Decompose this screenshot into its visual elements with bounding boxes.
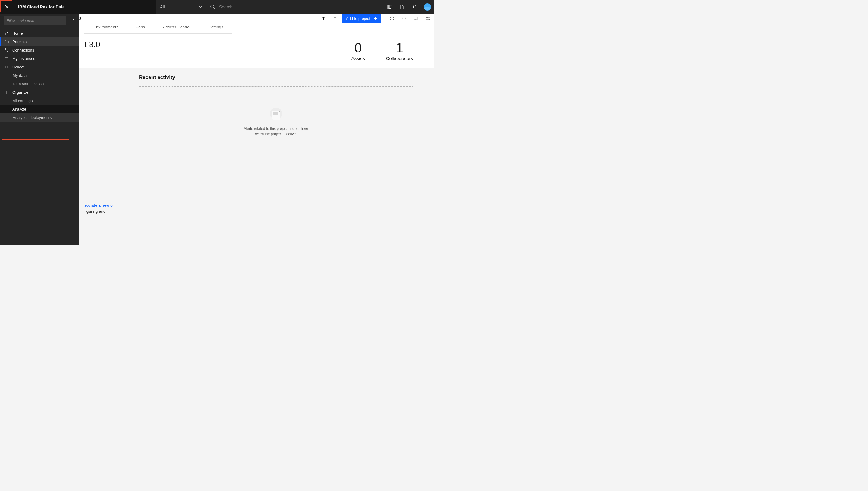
stat-assets-label: Assets [352, 56, 365, 61]
stat-collaborators: 1 Collaborators [386, 40, 413, 61]
sidebar: Home Projects Connections My instances C… [0, 13, 79, 246]
empty-activity-icon [269, 108, 284, 121]
add-to-project-label: Add to project [346, 16, 370, 21]
collapse-all-button[interactable] [69, 18, 75, 24]
annotation-highlight-analyze [1, 122, 69, 140]
sidebar-item-analyze[interactable]: Analyze [0, 105, 79, 113]
associate-tail: figuring and [84, 209, 106, 213]
tab-access-control[interactable]: Access Control [154, 23, 199, 34]
activity-empty-text: Alerts related to this project appear he… [244, 126, 308, 137]
settings-button[interactable] [422, 13, 434, 23]
plus-icon [374, 17, 377, 20]
scope-label: All [160, 4, 165, 9]
svg-rect-3 [390, 5, 391, 8]
sidebar-item-all-catalogs[interactable]: All catalogs [0, 96, 79, 105]
catalog-icon-button[interactable] [383, 0, 395, 13]
svg-point-6 [392, 17, 392, 18]
bell-icon [412, 4, 417, 9]
nav-close-button[interactable] [0, 0, 13, 13]
svg-point-22 [5, 67, 6, 68]
export-button[interactable] [318, 13, 330, 23]
below-right-panel: Recent activity Alerts related to this p… [124, 68, 434, 221]
instances-icon [5, 57, 9, 61]
nav-label: Analytics deployments [13, 115, 52, 120]
analyze-icon [5, 107, 9, 111]
sidebar-item-connections[interactable]: Connections [0, 46, 79, 54]
folder-icon [5, 40, 9, 44]
sidebar-item-analytics-deployments[interactable]: Analytics deployments [0, 113, 79, 122]
filter-navigation-input[interactable] [4, 16, 66, 25]
activity-empty-box: Alerts related to this project appear he… [139, 86, 413, 158]
svg-point-7 [426, 17, 427, 18]
scope-selector[interactable]: All [156, 0, 206, 13]
nav-label: Projects [12, 39, 27, 44]
top-header: IBM Cloud Pak for Data All [0, 0, 434, 13]
header-icon-group [383, 0, 434, 13]
nav-label: Connections [12, 48, 34, 52]
info-button[interactable] [386, 13, 398, 23]
toolbar-right-icons [381, 13, 434, 23]
search-icon [210, 4, 216, 10]
recent-activity-title: Recent activity [139, 75, 413, 80]
close-icon [4, 4, 9, 9]
associate-text: sociate a new or figuring and [84, 202, 118, 215]
search-area[interactable] [206, 0, 383, 13]
collapse-icon [70, 19, 75, 23]
svg-point-21 [7, 66, 8, 66]
app-title: IBM Cloud Pak for Data [18, 4, 65, 9]
sliders-icon [426, 16, 430, 21]
svg-point-8 [428, 19, 429, 20]
chevron-up-icon [72, 108, 74, 110]
sidebar-item-my-instances[interactable]: My instances [0, 54, 79, 63]
add-to-project-button[interactable]: Add to project [342, 13, 381, 23]
associate-link[interactable]: sociate a new or [84, 203, 114, 207]
chevron-down-icon [199, 6, 202, 8]
nav-label: My instances [12, 56, 35, 61]
svg-rect-24 [5, 91, 8, 94]
tab-environments[interactable]: Environments [84, 23, 128, 34]
sidebar-item-data-virtualization[interactable]: Data virtualization [0, 80, 79, 88]
sidebar-item-organize[interactable]: Organize [0, 88, 79, 96]
add-collaborator-button[interactable] [330, 13, 342, 23]
svg-rect-18 [5, 57, 8, 58]
user-plus-icon [333, 16, 338, 21]
home-icon [5, 31, 9, 35]
notifications-button[interactable] [408, 0, 421, 13]
svg-point-0 [211, 5, 214, 8]
info-icon [390, 16, 394, 21]
export-icon [321, 16, 326, 21]
nav-label: Collect [12, 65, 24, 69]
connections-icon [5, 48, 9, 52]
history-button[interactable] [398, 13, 410, 23]
comments-button[interactable] [410, 13, 422, 23]
document-icon-button[interactable] [395, 0, 408, 13]
nav-label: My data [13, 73, 27, 78]
chevron-up-icon [72, 91, 74, 93]
stat-assets-value: 0 [355, 40, 362, 56]
sidebar-item-my-data[interactable]: My data [0, 71, 79, 80]
history-icon [402, 16, 406, 21]
nav-label: Analyze [12, 107, 26, 112]
stat-assets: 0 Assets [352, 40, 365, 61]
svg-rect-1 [388, 5, 389, 9]
hero-stats: 0 Assets 1 Collaborators [352, 40, 413, 61]
nav-label: Home [12, 31, 23, 35]
nav-label: Data virtualization [13, 82, 44, 86]
chevron-up-icon [72, 66, 74, 68]
user-avatar[interactable] [424, 3, 431, 10]
sidebar-item-projects[interactable]: Projects [0, 37, 79, 46]
sidebar-item-collect[interactable]: Collect [0, 63, 79, 71]
chat-icon [414, 16, 418, 21]
svg-rect-19 [5, 59, 8, 60]
svg-rect-2 [389, 5, 390, 9]
document-icon [400, 4, 404, 9]
breadcrumb-suffix: 0 [79, 16, 81, 21]
tab-jobs[interactable]: Jobs [128, 23, 154, 34]
catalog-icon [387, 4, 392, 9]
svg-point-4 [334, 17, 336, 18]
tab-settings[interactable]: Settings [199, 23, 232, 34]
sidebar-item-home[interactable]: Home [0, 29, 79, 37]
stat-collaborators-value: 1 [396, 40, 403, 56]
stat-collaborators-label: Collaborators [386, 56, 413, 61]
search-input[interactable] [219, 4, 379, 9]
